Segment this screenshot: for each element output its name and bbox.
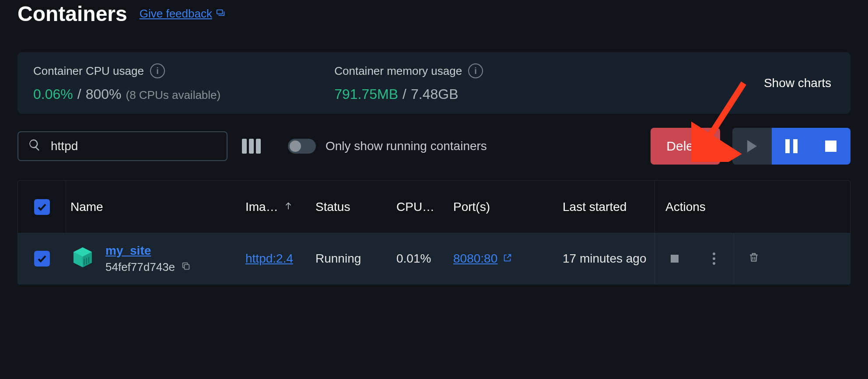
svg-rect-7: [184, 264, 189, 269]
copy-icon[interactable]: [181, 260, 191, 274]
feedback-icon: [216, 7, 225, 21]
col-cpu[interactable]: CPU…: [392, 200, 449, 214]
col-ports[interactable]: Port(s): [449, 200, 558, 214]
stop-icon: [825, 140, 836, 152]
trash-icon: [748, 252, 760, 266]
external-link-icon[interactable]: [503, 252, 512, 266]
col-image[interactable]: Ima…: [241, 200, 311, 214]
cpu-note: (8 CPUs available): [126, 88, 220, 102]
container-name-link[interactable]: my_site: [105, 244, 191, 258]
feedback-link-text: Give feedback: [140, 7, 212, 21]
info-icon[interactable]: i: [150, 63, 165, 78]
search-icon: [28, 138, 41, 154]
info-icon[interactable]: i: [468, 63, 483, 78]
container-id: 54fef77d743e: [105, 260, 175, 274]
select-all-checkbox[interactable]: [34, 199, 50, 215]
table-header: Name Ima… Status CPU… Port(s) Last start…: [18, 181, 850, 233]
cpu-total-value: 800%: [86, 86, 122, 102]
columns-icon: [242, 139, 261, 154]
page-title: Containers: [18, 2, 127, 26]
row-checkbox[interactable]: [34, 251, 50, 267]
show-charts-link[interactable]: Show charts: [764, 76, 831, 90]
memory-usage-label: Container memory usage: [334, 64, 462, 78]
cpu-usage-label: Container CPU usage: [33, 64, 144, 78]
port-link[interactable]: 8080:80: [453, 252, 497, 266]
row-more-button[interactable]: [694, 233, 734, 284]
sort-asc-icon: [284, 200, 293, 214]
more-icon: [713, 253, 715, 265]
table-row: my_site 54fef77d743e httpd:2.4 Running 0…: [18, 233, 850, 284]
toolbar: Only show running containers Delete: [18, 128, 850, 165]
row-stop-button[interactable]: [655, 233, 694, 284]
cpu-usage-block: Container CPU usage i 0.06% / 800% (8 CP…: [33, 63, 220, 102]
memory-total-value: 7.48GB: [411, 86, 458, 102]
pause-icon: [785, 139, 798, 153]
containers-table: Name Ima… Status CPU… Port(s) Last start…: [18, 180, 850, 284]
col-actions: Actions: [654, 181, 850, 233]
status-cell: Running: [311, 252, 392, 266]
pause-button[interactable]: [772, 128, 811, 165]
cpu-used-value: 0.06%: [33, 86, 73, 102]
delete-button[interactable]: Delete: [651, 128, 720, 165]
stop-button[interactable]: [811, 128, 850, 165]
running-only-label: Only show running containers: [326, 139, 487, 153]
last-started-cell: 17 minutes ago: [558, 252, 654, 266]
columns-button[interactable]: [238, 133, 264, 159]
search-field-wrap: [18, 131, 228, 161]
memory-used-value: 791.75MB: [334, 86, 398, 102]
cpu-cell: 0.01%: [392, 252, 449, 266]
image-link[interactable]: httpd:2.4: [245, 252, 293, 265]
col-last-started[interactable]: Last started: [558, 200, 654, 214]
give-feedback-link[interactable]: Give feedback: [140, 7, 225, 21]
search-input[interactable]: [51, 139, 217, 153]
container-icon: [70, 245, 95, 273]
col-name[interactable]: Name: [66, 200, 241, 214]
row-delete-button[interactable]: [734, 233, 773, 284]
col-image-label: Ima…: [245, 200, 278, 214]
start-button[interactable]: [732, 128, 772, 165]
action-button-group: [732, 128, 850, 165]
col-status[interactable]: Status: [311, 200, 392, 214]
memory-usage-block: Container memory usage i 791.75MB / 7.48…: [334, 63, 483, 102]
svg-rect-0: [217, 10, 223, 14]
stop-icon: [671, 255, 679, 263]
running-only-toggle[interactable]: [288, 139, 316, 154]
stats-panel: Container CPU usage i 0.06% / 800% (8 CP…: [18, 52, 850, 114]
